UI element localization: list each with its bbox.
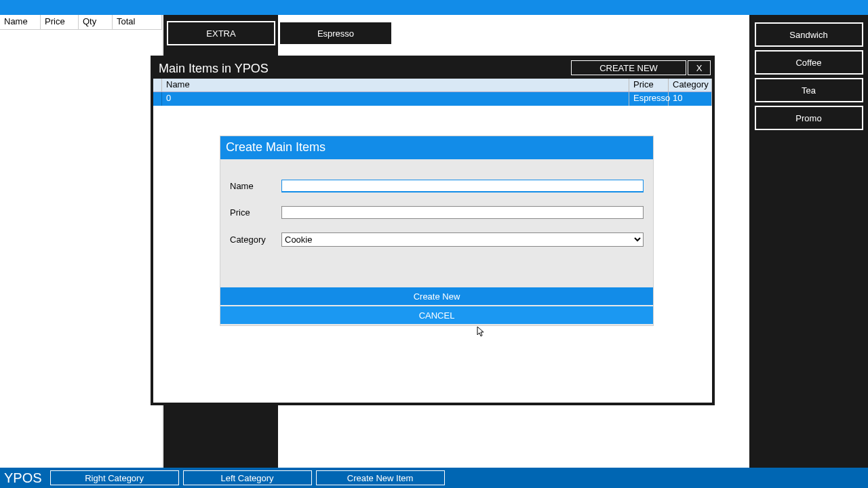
- category-extra[interactable]: EXTRA: [167, 21, 275, 45]
- select-category[interactable]: Cookie: [281, 232, 644, 247]
- app-titlebar: [0, 0, 868, 15]
- category-tea[interactable]: Tea: [755, 78, 863, 102]
- form-title: Create Main Items: [220, 136, 653, 159]
- create-form-panel: Create Main Items Name Price Category Co…: [220, 136, 654, 326]
- category-espresso[interactable]: Espresso: [279, 21, 393, 45]
- grid-cell-name: 0: [162, 92, 629, 106]
- order-col-qty: Qty: [79, 15, 113, 30]
- label-name: Name: [230, 181, 281, 191]
- footer-left-category[interactable]: Left Category: [183, 470, 312, 485]
- form-cancel-button[interactable]: CANCEL: [220, 306, 653, 324]
- order-col-price: Price: [41, 15, 79, 30]
- footer: YPOS Right Category Left Category Create…: [0, 468, 868, 488]
- order-col-name: Name: [0, 15, 41, 30]
- grid-row-selector: [153, 92, 162, 106]
- category-promo[interactable]: Promo: [755, 106, 863, 130]
- form-actions: Create New CANCEL: [220, 287, 653, 324]
- grid-col-price: Price: [629, 79, 669, 92]
- right-category-panel: Sandwich Coffee Tea Promo: [749, 15, 868, 468]
- label-category: Category: [230, 235, 281, 245]
- grid-cell-price: Espresso: [629, 92, 669, 106]
- grid-row[interactable]: 0 Espresso 10: [153, 92, 712, 106]
- order-col-total: Total: [113, 15, 162, 30]
- label-price: Price: [230, 207, 281, 218]
- grid-col-selector: [153, 79, 162, 92]
- grid-header: Name Price Category: [153, 79, 712, 92]
- footer-right-category[interactable]: Right Category: [50, 470, 179, 485]
- footer-create-new-item[interactable]: Create New Item: [316, 470, 445, 485]
- form-create-button[interactable]: Create New: [220, 287, 653, 305]
- modal-create-new-button[interactable]: CREATE NEW: [571, 60, 686, 75]
- grid-col-name: Name: [162, 79, 629, 92]
- input-name[interactable]: [281, 180, 644, 192]
- main-items-modal: Main Items in YPOS CREATE NEW X Name Pri…: [151, 56, 715, 405]
- order-header: Name Price Qty Total: [0, 15, 162, 30]
- input-price[interactable]: [281, 206, 644, 219]
- grid-col-category: Category: [669, 79, 712, 92]
- category-coffee[interactable]: Coffee: [755, 50, 863, 75]
- modal-close-button[interactable]: X: [688, 60, 711, 75]
- footer-brand: YPOS: [4, 470, 42, 486]
- modal-header: Main Items in YPOS CREATE NEW X: [153, 58, 712, 79]
- order-panel: Name Price Qty Total: [0, 15, 163, 468]
- form-body: Name Price Category Cookie: [220, 159, 653, 287]
- modal-title: Main Items in YPOS: [159, 62, 269, 76]
- category-sandwich[interactable]: Sandwich: [755, 22, 863, 47]
- grid-body: Create Main Items Name Price Category Co…: [153, 106, 712, 403]
- grid-cell-category: 10: [669, 92, 712, 106]
